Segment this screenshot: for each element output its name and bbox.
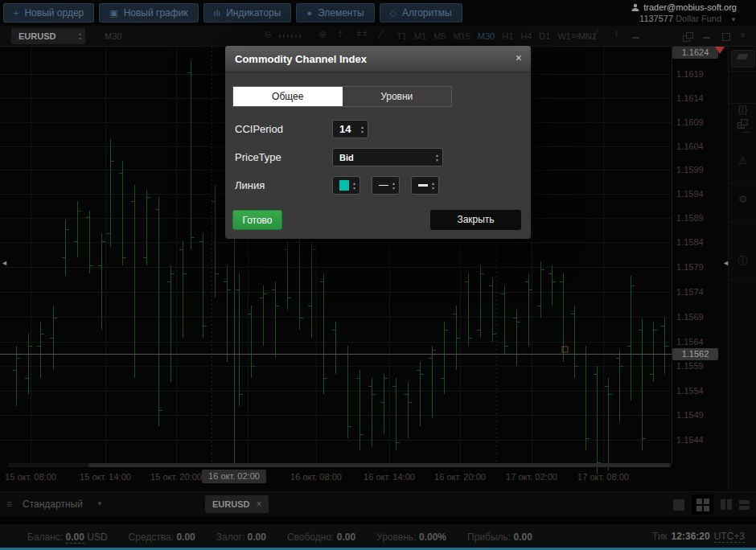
price-type-select[interactable]: Bid ▲▼ bbox=[332, 148, 443, 166]
line-type-icon[interactable]: ╱ bbox=[378, 29, 384, 39]
account-selector[interactable]: 1137577 Dollar Fund ▼ bbox=[631, 13, 737, 26]
cci-period-value: 14 bbox=[333, 123, 351, 135]
price-tick-label: 1.1574 bbox=[676, 287, 718, 297]
status-label: Залог: bbox=[216, 532, 248, 543]
terminal-icon[interactable]: >_ bbox=[729, 121, 756, 133]
symbol-stepper-icon[interactable]: ▲▼ bbox=[75, 28, 85, 44]
hline-tool-icon[interactable] bbox=[632, 37, 639, 39]
price-tick-label: 1.1619 bbox=[676, 69, 718, 79]
dialog-header[interactable]: Commodity Channel Index × bbox=[225, 46, 531, 72]
line-style-picker[interactable]: ▲▼ bbox=[372, 176, 400, 195]
status-bar: Баланс: 0.00 USDСредства: 0.00Залог: 0.0… bbox=[0, 524, 756, 550]
user-icon bbox=[631, 3, 639, 11]
toolbar-button-индикаторы[interactable]: ılıИндикаторы bbox=[203, 3, 292, 23]
chart-hscrollbar[interactable] bbox=[8, 463, 672, 467]
sidebar-collapse-icon[interactable]: ◄ bbox=[722, 259, 729, 267]
divider bbox=[729, 103, 756, 104]
timeframe-list: T1M1M5M15M30H1H4D1W1MN1 bbox=[396, 31, 597, 41]
price-tick-label: 1.1544 bbox=[676, 435, 718, 445]
price-tick-label: 1.1549 bbox=[676, 410, 718, 420]
toolbar-button-элементы[interactable]: ●Элементы bbox=[296, 3, 374, 23]
candles-type-icon[interactable]: ǂǂ bbox=[356, 29, 368, 39]
status-label: Средства: bbox=[129, 532, 177, 543]
maximize-icon[interactable] bbox=[722, 33, 730, 41]
zoom-dot bbox=[283, 35, 285, 38]
layout-vertical-icon[interactable] bbox=[721, 499, 732, 510]
tick-time: 12:36:20 bbox=[672, 531, 710, 542]
profiles-menu-icon[interactable]: ≡ bbox=[6, 499, 12, 510]
account-block[interactable]: trader@mobius-soft.org 1137577 Dollar Fu… bbox=[631, 2, 737, 26]
detach-window-icon[interactable] bbox=[683, 32, 693, 42]
stepper-icon[interactable]: ▲▼ bbox=[432, 149, 442, 166]
toolbar-button-новый-ордер[interactable]: +Новый ордер bbox=[3, 3, 94, 23]
profile-selector[interactable]: Стандартный bbox=[23, 499, 83, 510]
toolbar-button-алгоритмы[interactable]: ◇Алгоритмы bbox=[380, 3, 462, 23]
done-button[interactable]: Готово bbox=[232, 210, 282, 230]
chart-tab-label: EURUSD bbox=[212, 499, 249, 509]
timeframe-h4[interactable]: H4 bbox=[520, 31, 532, 41]
bottom-tabbar: ≡ Стандартный ▼ EURUSD × bbox=[0, 491, 756, 516]
timeframe-m1[interactable]: M1 bbox=[414, 31, 426, 41]
timeframe-t1[interactable]: T1 bbox=[396, 31, 407, 41]
line-color-picker[interactable]: ▲▼ bbox=[332, 176, 360, 195]
zoom-out-icon[interactable]: ⊖ bbox=[264, 29, 272, 40]
dialog-close-icon[interactable]: × bbox=[516, 46, 522, 71]
timeframe-m5[interactable]: M5 bbox=[433, 31, 446, 41]
status-label: Уровень: bbox=[376, 532, 419, 543]
layout-horizontal-icon[interactable] bbox=[739, 500, 750, 510]
left-panel-collapse-icon[interactable]: ◄ bbox=[1, 259, 8, 267]
close-chart-icon[interactable]: × bbox=[740, 30, 746, 41]
layout-single-icon[interactable] bbox=[673, 499, 684, 511]
price-tick-label: 1.1604 bbox=[676, 142, 718, 151]
tick-label: Тик bbox=[652, 531, 668, 542]
alerts-icon[interactable]: ⚠ bbox=[729, 154, 756, 166]
timeframe-m15[interactable]: M15 bbox=[453, 31, 470, 41]
bars-type-icon[interactable]: † bbox=[338, 29, 343, 39]
status-value: 0.00 bbox=[176, 532, 195, 543]
close-button[interactable]: Закрыть bbox=[430, 210, 521, 230]
toolbar-button-новый-график[interactable]: ▣Новый график bbox=[99, 3, 198, 23]
zoom-dot bbox=[295, 35, 297, 38]
layout-quad-icon[interactable] bbox=[692, 495, 713, 515]
minimize-icon[interactable] bbox=[703, 37, 710, 39]
indicator-list-icon[interactable]: ≡F bbox=[571, 31, 580, 40]
trendline-tool-icon[interactable]: ╱ bbox=[593, 29, 598, 39]
market-data-icon[interactable]: {|} bbox=[729, 103, 756, 115]
chart-tab-eurusd[interactable]: EURUSD × bbox=[205, 495, 269, 513]
timeframe-m30[interactable]: M30 bbox=[478, 31, 495, 41]
stepper-icon[interactable]: ▲▼ bbox=[349, 177, 360, 194]
close-tab-icon[interactable]: × bbox=[256, 499, 261, 510]
timeframe-w1[interactable]: W1 bbox=[557, 31, 571, 41]
cci-period-input[interactable]: 14 ▲▼ bbox=[332, 120, 368, 138]
status-items: Баланс: 0.00 USDСредства: 0.00Залог: 0.0… bbox=[27, 532, 532, 543]
timeframe-d1[interactable]: D1 bbox=[539, 31, 550, 41]
status-label: Свободно: bbox=[287, 532, 337, 543]
price-type-value: Bid bbox=[333, 153, 354, 162]
zoom-dot bbox=[299, 35, 301, 38]
chart-hscrollbar-thumb[interactable] bbox=[88, 463, 670, 467]
timeframe-h1[interactable]: H1 bbox=[502, 31, 513, 41]
line-width-picker[interactable]: ▲▼ bbox=[411, 176, 439, 195]
stepper-icon[interactable]: ▲▼ bbox=[388, 177, 399, 194]
price-tick-label: 1.1554 bbox=[676, 386, 718, 396]
stepper-icon[interactable]: ▲▼ bbox=[357, 121, 368, 138]
dialog-tab-общее[interactable]: Общее bbox=[233, 87, 343, 106]
account-id: 1137577 bbox=[639, 14, 673, 23]
price-tick-label: 1.1599 bbox=[676, 165, 718, 174]
status-item: Прибыль: 0.00 bbox=[467, 532, 532, 543]
symbol-select[interactable]: EURUSD ▲▼ bbox=[11, 28, 85, 44]
layout-switcher bbox=[673, 492, 750, 517]
time-tick-label: 17 окт. 02:00 bbox=[506, 472, 557, 482]
current-price-badge: 1.1562 bbox=[672, 348, 718, 360]
time-tick-label: 16 окт. 08:00 bbox=[290, 472, 342, 482]
stepper-icon[interactable]: ▲▼ bbox=[428, 177, 438, 194]
dialog-tab-уровни[interactable]: Уровни bbox=[343, 87, 452, 106]
zoom-in-icon[interactable]: ⊕ bbox=[318, 29, 327, 40]
settings-icon[interactable]: ⚙ bbox=[729, 193, 756, 205]
cursor-tool-icon[interactable]: I bbox=[615, 29, 618, 39]
info-icon[interactable]: ⓘ bbox=[729, 254, 756, 269]
app-window: +Новый ордер▣Новый графикılıИндикаторы●Э… bbox=[0, 0, 756, 550]
zoom-dot bbox=[287, 35, 289, 38]
tick-timezone[interactable]: UTC+3 bbox=[714, 531, 745, 543]
price-tick-label: 1.1614 bbox=[676, 93, 718, 103]
